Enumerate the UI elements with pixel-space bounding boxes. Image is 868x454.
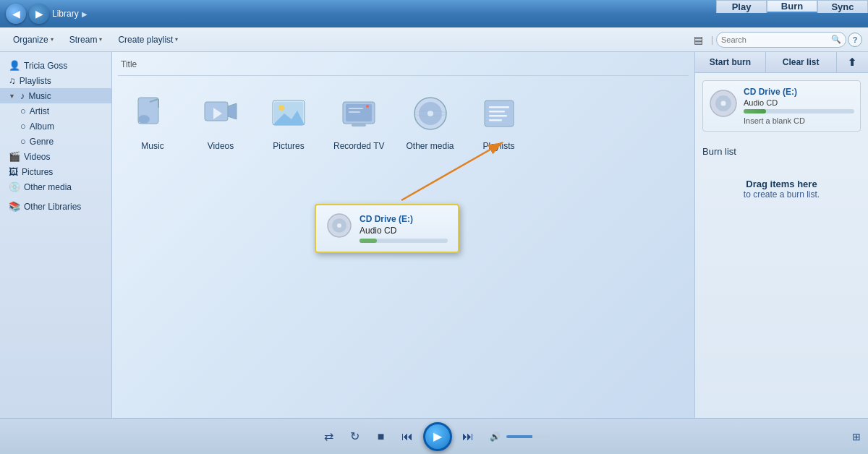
svg-rect-15 xyxy=(349,108,363,109)
playlist-icon: ♫ xyxy=(9,75,16,86)
sidebar-item-album[interactable]: ○ Album xyxy=(0,119,111,134)
forward-button[interactable]: ▶ xyxy=(29,4,49,24)
pictures-media-label: Pictures xyxy=(273,141,304,151)
media-item-playlists[interactable]: Playlists xyxy=(476,90,522,151)
popup-cd-drive: CD Drive (E:) Audio CD xyxy=(315,204,459,253)
organize-caret: ▾ xyxy=(51,36,54,43)
media-item-videos[interactable]: Videos xyxy=(197,90,244,151)
resize-button[interactable]: ⊞ xyxy=(852,431,861,442)
svg-point-14 xyxy=(366,105,369,108)
sidebar-item-other-media[interactable]: 💿 Other media xyxy=(0,179,111,194)
expand-panel-button[interactable]: ⬆ xyxy=(837,52,869,72)
media-item-recorded-tv[interactable]: Recorded TV xyxy=(333,90,384,151)
right-top-actions: Start burn Clear list ⬆ xyxy=(695,52,868,73)
sidebar-label-music: Music xyxy=(28,91,51,101)
sidebar-item-tricia-goss[interactable]: 👤 Tricia Goss xyxy=(0,58,111,73)
stream-caret: ▾ xyxy=(99,36,102,43)
sidebar-label-genre: Genre xyxy=(30,137,54,147)
sync-tab[interactable]: Sync xyxy=(817,0,868,13)
stream-label: Stream xyxy=(69,35,98,45)
volume-slider[interactable] xyxy=(506,435,550,438)
sidebar: 👤 Tricia Goss ♫ Playlists ▼ ♪ Music ○ Ar… xyxy=(0,52,112,418)
sidebar-item-pictures[interactable]: 🖼 Pictures xyxy=(0,164,111,179)
recorded-tv-media-icon xyxy=(336,90,382,137)
main-layout: 👤 Tricia Goss ♫ Playlists ▼ ♪ Music ○ Ar… xyxy=(0,52,868,418)
sidebar-item-videos[interactable]: 🎬 Videos xyxy=(0,149,111,164)
volume-icon: 🔊 xyxy=(490,432,501,442)
sidebar-item-genre[interactable]: ○ Genre xyxy=(0,134,111,149)
prev-button[interactable]: ⏮ xyxy=(397,427,417,447)
popup-progress-fill xyxy=(359,239,377,243)
sidebar-label-other-media: Other media xyxy=(24,182,72,192)
create-playlist-caret: ▾ xyxy=(175,36,178,43)
svg-point-30 xyxy=(337,223,341,228)
svg-point-34 xyxy=(721,101,726,106)
svg-marker-5 xyxy=(228,103,237,119)
burn-tab[interactable]: Burn xyxy=(767,0,817,13)
search-bar: 🔍 xyxy=(716,32,846,48)
sidebar-label-playlists: Playlists xyxy=(20,76,51,86)
dot-icon-genre: ○ xyxy=(20,136,26,147)
stream-button[interactable]: Stream ▾ xyxy=(62,30,110,49)
sidebar-item-playlists[interactable]: ♫ Playlists xyxy=(0,73,111,88)
repeat-button[interactable]: ↻ xyxy=(345,427,365,447)
drag-sub-text: to create a burn list. xyxy=(744,189,820,200)
stop-button[interactable]: ■ xyxy=(371,427,391,447)
cd-type: Audio CD xyxy=(744,98,854,107)
right-panel: Start burn Clear list ⬆ CD Drive (E:) Au… xyxy=(694,52,868,418)
sidebar-item-artist[interactable]: ○ Artist xyxy=(0,103,111,119)
sidebar-label-videos: Videos xyxy=(24,152,50,162)
videos-icon: 🎬 xyxy=(9,151,20,162)
music-media-label: Music xyxy=(141,141,163,151)
help-button[interactable]: ? xyxy=(848,33,862,47)
content-title: Title xyxy=(118,58,689,76)
search-input[interactable] xyxy=(721,35,828,44)
burn-list-section: Burn list Drag items here to create a bu… xyxy=(702,139,861,411)
dot-icon-artist: ○ xyxy=(20,106,26,116)
svg-rect-13 xyxy=(352,124,366,127)
popup-cd-icon xyxy=(326,213,352,244)
start-burn-button[interactable]: Start burn xyxy=(695,52,766,72)
play-button[interactable]: ▶ xyxy=(423,422,452,451)
svg-rect-23 xyxy=(489,111,505,113)
breadcrumb-library[interactable]: Library xyxy=(52,9,79,19)
cd-insert-text: Insert a blank CD xyxy=(744,116,854,125)
clear-list-button[interactable]: Clear list xyxy=(766,52,837,72)
organize-label: Organize xyxy=(13,35,48,45)
media-item-pictures[interactable]: Pictures xyxy=(265,90,312,151)
sidebar-label-album: Album xyxy=(30,121,54,132)
play-tab[interactable]: Play xyxy=(716,0,767,13)
create-playlist-label: Create playlist xyxy=(118,35,173,45)
cd-progress-fill xyxy=(744,109,766,113)
view-toggle-button[interactable]: ▤ xyxy=(689,30,708,49)
sidebar-label-other-libraries: Other Libraries xyxy=(24,202,81,212)
media-item-music[interactable]: Music xyxy=(129,90,176,151)
videos-media-label: Videos xyxy=(208,141,234,151)
search-icon: 🔍 xyxy=(831,35,841,44)
svg-rect-25 xyxy=(489,119,502,121)
sidebar-label-pictures: Pictures xyxy=(22,167,53,177)
media-item-other-media[interactable]: Other media xyxy=(406,90,454,151)
shuffle-button[interactable]: ⇄ xyxy=(319,427,339,447)
sidebar-label-tricia: Tricia Goss xyxy=(24,61,67,71)
sidebar-item-other-libraries[interactable]: 📚 Other Libraries xyxy=(0,199,111,214)
cd-progress-bar xyxy=(744,109,854,113)
cd-drive-card: CD Drive (E:) Audio CD Insert a blank CD xyxy=(702,80,861,132)
next-button[interactable]: ⏭ xyxy=(458,427,478,447)
dot-icon-album: ○ xyxy=(20,121,26,132)
popup-info: CD Drive (E:) Audio CD xyxy=(359,214,448,243)
videos-media-icon xyxy=(197,90,244,137)
pictures-icon: 🖼 xyxy=(9,166,18,177)
cd-drive-icon xyxy=(709,89,738,123)
person-icon: 👤 xyxy=(9,60,20,71)
right-panel-content: CD Drive (E:) Audio CD Insert a blank CD… xyxy=(695,73,868,418)
sidebar-item-music[interactable]: ▼ ♪ Music xyxy=(0,88,111,103)
organize-button[interactable]: Organize ▾ xyxy=(6,30,61,49)
create-playlist-button[interactable]: Create playlist ▾ xyxy=(111,30,185,49)
drag-here-text: Drag items here xyxy=(746,179,817,189)
svg-rect-24 xyxy=(489,115,507,117)
pictures-media-icon xyxy=(265,90,312,137)
sidebar-label-artist: Artist xyxy=(30,106,49,116)
cd-drive-title[interactable]: CD Drive (E:) xyxy=(744,87,854,97)
back-button[interactable]: ◀ xyxy=(6,4,26,24)
